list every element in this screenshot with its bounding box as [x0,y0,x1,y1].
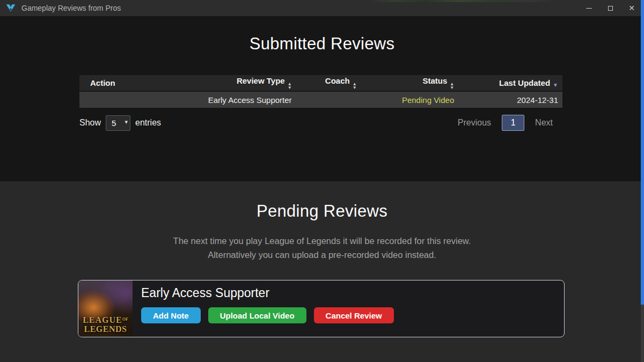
pagination: Previous 1 Next [458,115,553,131]
cell-action [79,91,188,108]
cell-status: Pending Video [361,91,459,108]
cell-review-type: Early Access Supporter [188,91,296,108]
column-header-status[interactable]: Status▲▼ [361,75,459,91]
pending-reviews-section: Pending Reviews The next time you play L… [0,181,644,362]
background-sliver [370,0,555,2]
scrollbar-thumb[interactable] [641,0,644,305]
maximize-button[interactable] [605,3,615,13]
close-button[interactable]: ✕ [627,3,636,13]
column-header-action[interactable]: Action [79,75,188,91]
reviews-table: Action Review Type▲▼ Coach▲▼ Status▲▼ La… [79,75,562,108]
current-page-button[interactable]: 1 [502,115,524,131]
next-page-button[interactable]: Next [535,118,553,128]
scrollbar-track [641,0,644,362]
column-header-coach[interactable]: Coach▲▼ [296,75,361,91]
upload-local-video-button[interactable]: Upload Local Video [208,307,306,323]
card-title: Early Access Supporter [141,286,564,300]
sort-desc-icon: ▼ [553,82,558,88]
cell-coach [296,91,361,108]
table-row[interactable]: Early Access Supporter Pending Video 202… [79,91,562,108]
page-size-control: Show 5 ▾ entries [79,115,161,131]
cancel-review-button[interactable]: Cancel Review [314,307,394,323]
sort-both-icon: ▲▼ [288,83,292,90]
table-header-row: Action Review Type▲▼ Coach▲▼ Status▲▼ La… [79,75,562,91]
minimize-button[interactable] [584,3,594,13]
sort-both-icon: ▲▼ [353,83,357,90]
pending-description-line1: The next time you play League of Legends… [0,234,644,248]
pending-description: The next time you play League of Legends… [0,234,644,262]
cell-last-updated: 2024-12-31 [458,91,562,108]
pending-reviews-heading: Pending Reviews [0,181,644,221]
column-header-last-updated[interactable]: Last Updated▼ [458,75,562,91]
add-note-button[interactable]: Add Note [141,307,201,323]
sort-both-icon: ▲▼ [450,83,454,90]
pending-description-line2: Alternatively you can upload a pre-recor… [0,248,644,262]
column-header-review-type[interactable]: Review Type▲▼ [188,75,296,91]
app-logo-icon [5,3,16,13]
league-of-legends-thumbnail: LEAGUEOF LEGENDS [78,280,133,337]
pending-review-card: LEAGUEOF LEGENDS Early Access Supporter … [78,280,565,337]
submitted-reviews-heading: Submitted Reviews [0,16,644,54]
submitted-reviews-section: Submitted Reviews Action Review Type▲▼ C… [0,16,644,181]
show-label: Show [79,118,101,128]
page-size-select[interactable]: 5 [106,115,130,131]
league-of-legends-logo: LEAGUEOF LEGENDS [78,315,133,334]
previous-page-button[interactable]: Previous [458,118,491,128]
window-title: Gameplay Reviews from Pros [21,4,121,12]
entries-label: entries [135,118,161,128]
title-bar: Gameplay Reviews from Pros ✕ [0,0,644,16]
